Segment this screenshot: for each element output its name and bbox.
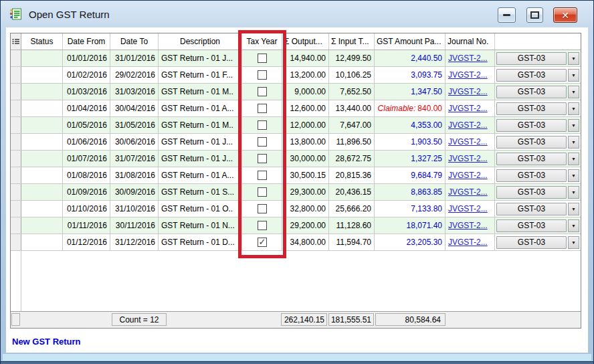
tax-year-checkbox[interactable] <box>258 54 267 63</box>
tax-year-checkbox[interactable] <box>258 154 267 163</box>
doc-dropdown-button[interactable]: ▼ <box>568 136 579 149</box>
gst-doc-button[interactable]: GST-03 <box>496 153 567 165</box>
tax-year-checkbox[interactable] <box>258 204 267 213</box>
journal-link[interactable]: JVGST-2... <box>448 238 488 247</box>
gst-return-row[interactable]: 01/07/2016 31/07/2016 GST Return - 01 J.… <box>11 151 581 167</box>
minimize-icon <box>503 14 510 16</box>
row-selector-cell[interactable] <box>11 184 21 200</box>
column-header-date-from[interactable]: Date From <box>63 33 110 50</box>
tax-year-checkbox[interactable] <box>258 238 267 247</box>
row-selector-cell[interactable] <box>11 84 21 100</box>
gst-return-row[interactable]: 01/02/2016 29/02/2016 GST Return - 01 F.… <box>11 67 581 84</box>
gst-return-row[interactable]: 01/03/2016 31/03/2016 GST Return - 01 M.… <box>11 84 581 100</box>
column-header-journal-no[interactable]: Journal No. <box>446 33 495 50</box>
column-header-description[interactable]: Description <box>159 33 242 50</box>
tax-year-checkbox[interactable] <box>258 221 267 230</box>
doc-dropdown-button[interactable]: ▼ <box>568 69 579 82</box>
journal-link[interactable]: JVGST-2... <box>448 54 488 63</box>
gst-doc-button[interactable]: GST-03 <box>496 102 567 115</box>
row-selector-cell[interactable] <box>11 201 21 217</box>
doc-dropdown-button[interactable]: ▼ <box>568 169 579 182</box>
gst-return-row[interactable]: 01/11/2016 30/11/2016 GST Return - 01 N.… <box>11 217 581 234</box>
journal-link[interactable]: JVGST-2... <box>448 70 488 80</box>
journal-link[interactable]: JVGST-2... <box>448 137 488 147</box>
tax-year-checkbox[interactable] <box>258 187 267 197</box>
minimize-button[interactable] <box>498 7 516 23</box>
column-header-output-tax[interactable]: Σ Output... <box>282 33 329 50</box>
journal-link[interactable]: JVGST-2... <box>448 120 488 130</box>
maximize-button[interactable] <box>526 7 543 23</box>
status-cell <box>21 67 63 83</box>
gst-amount-cell: 1,327.25 <box>375 151 446 167</box>
doc-dropdown-button[interactable]: ▼ <box>568 219 579 232</box>
tax-year-checkbox[interactable] <box>258 70 267 80</box>
gst-return-row[interactable]: 01/12/2016 31/12/2016 GST Return - 01 D.… <box>11 234 581 251</box>
column-header-gst-amount[interactable]: GST Amount Pa... <box>375 33 446 50</box>
gst-doc-button[interactable]: GST-03 <box>496 52 567 65</box>
row-selector-cell[interactable] <box>11 134 21 150</box>
column-header-date-to[interactable]: Date To <box>110 33 159 50</box>
gst-doc-button[interactable]: GST-03 <box>496 169 567 182</box>
journal-link[interactable]: JVGST-2... <box>448 171 488 180</box>
tax-year-checkbox[interactable] <box>258 137 267 147</box>
journal-link[interactable]: JVGST-2... <box>448 104 488 113</box>
tax-year-checkbox[interactable] <box>258 171 267 180</box>
gst-return-row[interactable]: 01/09/2016 30/09/2016 GST Return - 01 S.… <box>11 184 581 201</box>
gst-doc-button[interactable]: GST-03 <box>496 186 567 199</box>
journal-cell: JVGST-2... <box>446 67 495 83</box>
row-selector-cell[interactable] <box>11 234 21 250</box>
journal-cell: JVGST-2... <box>446 84 495 100</box>
gst-doc-button[interactable]: GST-03 <box>496 136 567 149</box>
tax-year-cell <box>242 134 282 150</box>
gst-doc-button[interactable]: GST-03 <box>496 219 567 232</box>
doc-dropdown-button[interactable]: ▼ <box>568 102 579 115</box>
gst-doc-button[interactable]: GST-03 <box>496 236 567 249</box>
chevron-down-icon: ▼ <box>571 207 576 211</box>
doc-dropdown-button[interactable]: ▼ <box>568 236 579 249</box>
journal-link[interactable]: JVGST-2... <box>448 154 488 163</box>
gst-doc-button[interactable]: GST-03 <box>496 119 567 132</box>
tax-year-checkbox[interactable] <box>258 87 267 96</box>
gst-doc-button[interactable]: GST-03 <box>496 86 567 98</box>
journal-link[interactable]: JVGST-2... <box>448 87 488 96</box>
row-selector-cell[interactable] <box>11 117 21 133</box>
column-header-tax-year[interactable]: Tax Year <box>242 33 282 50</box>
column-header-input-tax[interactable]: Σ Input T... <box>329 33 375 50</box>
tax-year-checkbox[interactable] <box>258 104 267 113</box>
doc-dropdown-button[interactable]: ▼ <box>568 52 579 65</box>
row-selector-cell[interactable] <box>11 167 21 183</box>
gst-return-row[interactable]: 01/01/2016 31/01/2016 GST Return - 01 J.… <box>11 50 581 67</box>
doc-dropdown-button[interactable]: ▼ <box>568 203 579 215</box>
doc-dropdown-button[interactable]: ▼ <box>568 186 579 199</box>
doc-dropdown-button[interactable]: ▼ <box>568 86 579 98</box>
row-selector-cell[interactable] <box>11 50 21 66</box>
select-all-header[interactable] <box>11 33 21 50</box>
gst-return-row[interactable]: 01/05/2016 31/05/2016 GST Return - 01 M.… <box>11 117 581 134</box>
gst-return-row[interactable]: 01/06/2016 30/06/2016 GST Return - 01 J.… <box>11 134 581 151</box>
input-tax-cell: 11,896.50 <box>329 134 375 150</box>
tax-year-cell <box>242 184 282 200</box>
row-selector-cell[interactable] <box>11 100 21 116</box>
journal-link[interactable]: JVGST-2... <box>448 221 488 230</box>
tax-year-checkbox[interactable] <box>258 120 267 130</box>
row-selector-cell[interactable] <box>11 217 21 234</box>
gst-doc-button[interactable]: GST-03 <box>496 203 567 215</box>
input-tax-cell: 28,672.75 <box>329 151 375 167</box>
close-button[interactable]: ✕ <box>553 7 577 23</box>
gst-return-row[interactable]: 01/04/2016 30/04/2016 GST Return - 01 A.… <box>11 100 581 117</box>
doc-dropdown-button[interactable]: ▼ <box>568 153 579 165</box>
new-gst-return-link[interactable]: New GST Return <box>12 337 81 347</box>
doc-dropdown-button[interactable]: ▼ <box>568 119 579 132</box>
column-header-status[interactable]: Status <box>21 33 63 50</box>
journal-link[interactable]: JVGST-2... <box>448 187 488 197</box>
row-selector-cell[interactable] <box>11 151 21 167</box>
gst-doc-button[interactable]: GST-03 <box>496 69 567 82</box>
gst-amount-value: 8,863.85 <box>411 187 442 197</box>
gst-return-row[interactable]: 01/08/2016 31/08/2016 GST Return - 01 A.… <box>11 167 581 184</box>
chevron-down-icon: ▼ <box>571 140 576 145</box>
tax-year-cell <box>242 234 282 250</box>
journal-link[interactable]: JVGST-2... <box>448 204 488 213</box>
gst-return-row[interactable]: 01/10/2016 31/10/2016 GST Return - 01 O.… <box>11 201 581 217</box>
row-selector-cell[interactable] <box>11 67 21 83</box>
title-bar[interactable]: Open GST Return ✕ <box>1 1 593 27</box>
